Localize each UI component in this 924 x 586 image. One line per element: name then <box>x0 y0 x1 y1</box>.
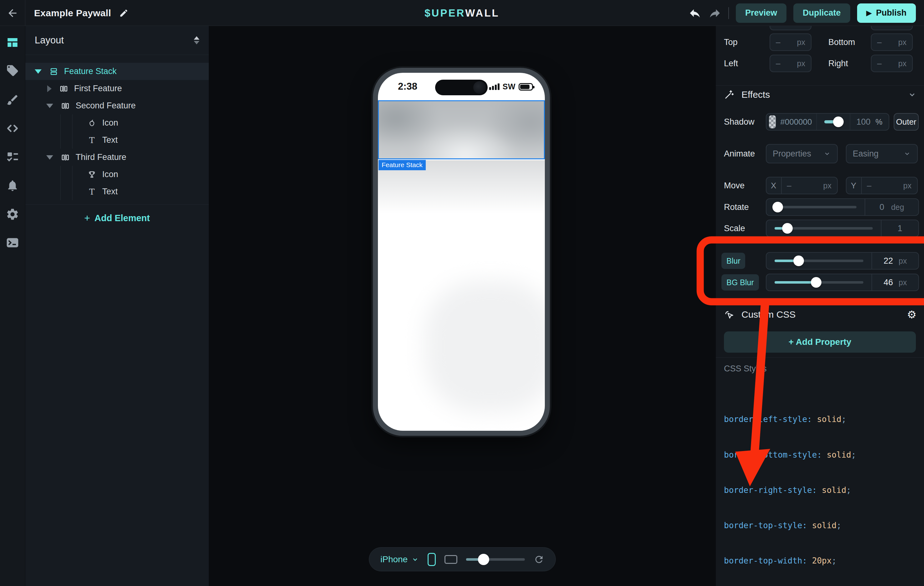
tree-item-second-feature-icon[interactable]: Icon <box>25 114 209 132</box>
tree-item-first-feature[interactable]: First Feature <box>25 80 209 97</box>
effects-title: Effects <box>741 89 901 100</box>
bg-blur-slider[interactable] <box>775 281 863 284</box>
shadow-opacity-thumb[interactable] <box>833 117 844 127</box>
element-tree: Feature Stack First Feature Second Featu… <box>25 63 209 200</box>
device-select[interactable]: iPhone <box>380 555 419 565</box>
preview-button[interactable]: Preview <box>736 3 787 23</box>
redo-button[interactable] <box>708 7 721 20</box>
blur-value[interactable]: 22 <box>884 256 893 266</box>
zoom-slider-thumb[interactable] <box>478 554 489 565</box>
play-icon: ▶ <box>866 10 872 16</box>
iphone-screen[interactable]: 2:38 SW Feature Stack <box>378 73 545 431</box>
rotate-slider-thumb[interactable] <box>772 202 783 212</box>
undo-icon <box>688 7 701 20</box>
move-y-input[interactable]: Y – px <box>846 177 918 194</box>
chevron-down-icon[interactable] <box>908 90 916 99</box>
rotate-control: 0 deg <box>766 198 919 216</box>
bottom-input[interactable]: – px <box>871 33 913 51</box>
refresh-button[interactable] <box>534 554 544 565</box>
scale-slider-thumb[interactable] <box>782 223 793 234</box>
css-line: border-bottom-stylesolid <box>724 449 895 461</box>
blur-chip[interactable]: Blur <box>721 253 745 269</box>
sidebar-item-code[interactable] <box>6 122 20 135</box>
edit-title-button[interactable] <box>119 8 129 18</box>
indent-guide <box>72 132 73 149</box>
cursor-click-icon <box>724 309 734 320</box>
undo-button[interactable] <box>688 7 701 20</box>
bg-blur-slider-thumb[interactable] <box>811 277 822 288</box>
back-button[interactable] <box>0 0 25 26</box>
custom-css-title: Custom CSS <box>741 309 900 320</box>
tree-item-feature-stack[interactable]: Feature Stack <box>25 63 209 80</box>
layout-sort-button[interactable] <box>194 36 200 44</box>
scale-value[interactable]: 1 <box>898 224 902 233</box>
bg-blur-chip[interactable]: BG Blur <box>721 274 759 290</box>
shadow-color-swatch[interactable] <box>769 115 776 128</box>
portrait-mode-button[interactable] <box>427 553 436 566</box>
tree-item-third-feature[interactable]: Third Feature <box>25 149 209 166</box>
scale-slider[interactable] <box>775 227 873 230</box>
collapse-caret-icon[interactable] <box>46 155 53 160</box>
scale-control: 1 <box>766 220 919 237</box>
duplicate-button[interactable]: Duplicate <box>793 3 850 23</box>
publish-button[interactable]: ▶ Publish <box>857 3 916 23</box>
plus-icon: + <box>84 212 90 224</box>
shadow-control: #000000 100 % <box>766 113 889 130</box>
rotate-label: Rotate <box>724 202 766 212</box>
tree-item-second-feature-text[interactable]: T Text <box>25 132 209 149</box>
paintbrush-icon <box>6 94 19 107</box>
add-element-button[interactable]: + Add Element <box>25 204 209 232</box>
top-input[interactable]: – px <box>770 33 812 51</box>
css-code-block[interactable]: border-left-stylesolid border-bottom-sty… <box>724 390 895 586</box>
css-line: border-top-width20px <box>724 555 895 567</box>
sidebar-item-settings[interactable] <box>6 207 20 221</box>
layout-panel-title: Layout <box>35 35 64 46</box>
move-label: Move <box>724 181 766 191</box>
shadow-opacity-slider[interactable] <box>824 120 842 123</box>
zoom-slider[interactable] <box>466 558 525 561</box>
bg-blur-value[interactable]: 46 <box>884 278 893 287</box>
superwall-logo: $UPERWALL <box>424 0 500 26</box>
custom-css-section-header[interactable]: Custom CSS ⚙ <box>724 308 916 321</box>
top-bar: Example Paywall $UPERWALL Preview Duplic… <box>0 0 924 26</box>
indent-guide <box>60 166 61 183</box>
margin-input-partial[interactable] <box>770 26 812 30</box>
effects-section-header[interactable]: Effects <box>724 89 916 101</box>
bottom-label: Bottom <box>828 38 871 47</box>
margin-input-partial[interactable] <box>871 26 913 30</box>
sidebar-item-rules[interactable] <box>6 150 19 163</box>
shadow-mode-button[interactable]: Outer <box>894 113 919 130</box>
shadow-opacity-value[interactable]: 100 <box>856 117 871 127</box>
animate-easing-select[interactable]: Easing <box>846 144 918 163</box>
sidebar-item-layout[interactable] <box>6 36 19 49</box>
collapse-caret-icon[interactable] <box>35 69 41 74</box>
tree-item-third-feature-text[interactable]: T Text <box>25 183 209 200</box>
collapse-caret-icon[interactable] <box>46 104 53 108</box>
sidebar-item-notifications[interactable] <box>6 179 19 192</box>
css-settings-gear-icon[interactable]: ⚙ <box>907 309 916 320</box>
apple-icon <box>87 119 97 127</box>
rotate-value[interactable]: 0 <box>879 202 884 212</box>
design-canvas[interactable]: 2:38 SW Feature Stack iPhone <box>209 26 716 586</box>
rotate-slider[interactable] <box>775 206 856 208</box>
blur-slider[interactable] <box>775 260 863 262</box>
shadow-color-value[interactable]: #000000 <box>780 117 812 127</box>
left-input[interactable]: – px <box>770 55 812 72</box>
bell-icon <box>6 179 19 192</box>
tree-item-second-feature[interactable]: Second Feature <box>25 97 209 114</box>
text-icon: T <box>87 135 97 145</box>
landscape-mode-button[interactable] <box>444 555 457 564</box>
selected-feature-stack-element[interactable] <box>378 100 545 159</box>
sidebar-item-theme[interactable] <box>6 94 19 107</box>
move-x-input[interactable]: X – px <box>766 177 838 194</box>
sidebar-item-console[interactable] <box>6 236 20 250</box>
right-input[interactable]: – px <box>871 55 913 72</box>
inspector-panel: Top – px Bottom – px Left – px Right – p… <box>716 26 924 586</box>
animate-properties-select[interactable]: Properties <box>766 144 838 163</box>
add-property-button[interactable]: + Add Property <box>724 331 916 353</box>
blur-slider-thumb[interactable] <box>793 255 804 266</box>
tree-item-third-feature-icon[interactable]: Icon <box>25 166 209 183</box>
carrier-label: SW <box>503 82 515 91</box>
expand-caret-icon[interactable] <box>47 85 51 92</box>
sidebar-item-tags[interactable] <box>6 64 19 77</box>
